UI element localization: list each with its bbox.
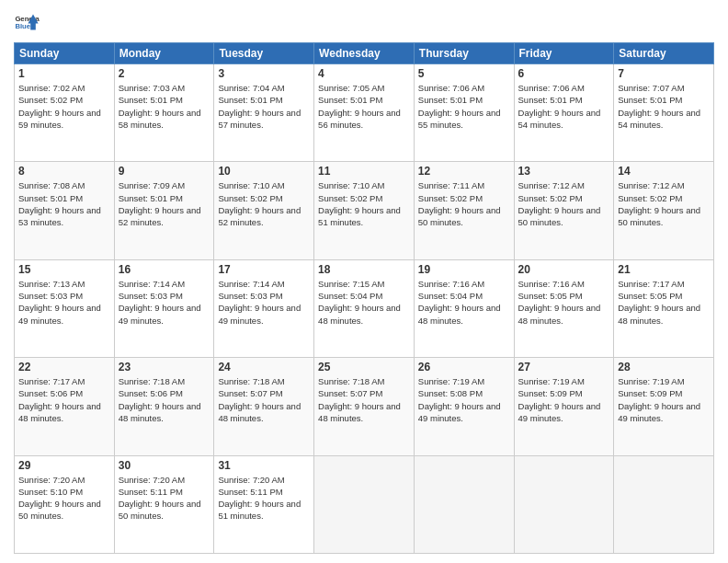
- sunset-label: Sunset: 5:05 PM: [518, 291, 583, 301]
- sunrise-label: Sunrise: 7:09 AM: [119, 180, 185, 190]
- calendar-cell: [314, 455, 415, 553]
- sunrise-label: Sunrise: 7:05 AM: [318, 83, 384, 93]
- day-number: 18: [318, 263, 410, 276]
- calendar-cell: 13 Sunrise: 7:12 AM Sunset: 5:02 PM Dayl…: [514, 162, 614, 259]
- logo-icon: General Blue: [14, 9, 40, 35]
- daylight-label: Daylight: 9 hours and 49 minutes.: [618, 401, 700, 423]
- daylight-label: Daylight: 9 hours and 50 minutes.: [418, 205, 501, 227]
- day-number: 16: [119, 263, 210, 276]
- daylight-label: Daylight: 9 hours and 50 minutes.: [18, 499, 101, 521]
- day-number: 29: [18, 459, 110, 472]
- day-number: 13: [518, 165, 610, 178]
- sunset-label: Sunset: 5:03 PM: [119, 291, 183, 301]
- day-number: 7: [618, 67, 710, 80]
- daylight-label: Daylight: 9 hours and 48 minutes.: [318, 401, 401, 423]
- cell-content: Sunrise: 7:18 AM Sunset: 5:06 PM Dayligh…: [119, 375, 210, 424]
- calendar-cell: 31 Sunrise: 7:20 AM Sunset: 5:11 PM Dayl…: [214, 455, 314, 553]
- sunset-label: Sunset: 5:07 PM: [318, 388, 382, 398]
- cell-content: Sunrise: 7:05 AM Sunset: 5:01 PM Dayligh…: [318, 82, 410, 131]
- cell-content: Sunrise: 7:10 AM Sunset: 5:02 PM Dayligh…: [218, 179, 310, 228]
- daylight-label: Daylight: 9 hours and 52 minutes.: [119, 205, 201, 227]
- weekday-header-friday: Friday: [514, 43, 614, 64]
- day-number: 4: [318, 67, 410, 80]
- cell-content: Sunrise: 7:02 AM Sunset: 5:02 PM Dayligh…: [18, 82, 110, 131]
- calendar-cell: 9 Sunrise: 7:09 AM Sunset: 5:01 PM Dayli…: [114, 162, 214, 259]
- day-number: 19: [418, 263, 510, 276]
- day-number: 24: [218, 361, 310, 373]
- cell-content: Sunrise: 7:18 AM Sunset: 5:07 PM Dayligh…: [218, 375, 310, 424]
- sunrise-label: Sunrise: 7:03 AM: [119, 83, 185, 93]
- sunset-label: Sunset: 5:01 PM: [119, 193, 183, 203]
- sunset-label: Sunset: 5:01 PM: [618, 95, 682, 105]
- calendar-cell: 15 Sunrise: 7:13 AM Sunset: 5:03 PM Dayl…: [15, 259, 115, 357]
- sunset-label: Sunset: 5:07 PM: [218, 388, 282, 398]
- day-number: 14: [618, 165, 710, 178]
- sunset-label: Sunset: 5:10 PM: [18, 487, 83, 497]
- calendar-cell: 25 Sunrise: 7:18 AM Sunset: 5:07 PM Dayl…: [314, 358, 415, 455]
- daylight-label: Daylight: 9 hours and 54 minutes.: [618, 108, 700, 130]
- cell-content: Sunrise: 7:20 AM Sunset: 5:11 PM Dayligh…: [218, 474, 310, 523]
- sunset-label: Sunset: 5:11 PM: [119, 487, 183, 497]
- calendar-cell: 27 Sunrise: 7:19 AM Sunset: 5:09 PM Dayl…: [514, 358, 614, 455]
- cell-content: Sunrise: 7:15 AM Sunset: 5:04 PM Dayligh…: [318, 278, 410, 327]
- calendar-week-5: 29 Sunrise: 7:20 AM Sunset: 5:10 PM Dayl…: [15, 455, 714, 553]
- cell-content: Sunrise: 7:19 AM Sunset: 5:09 PM Dayligh…: [618, 375, 710, 424]
- sunset-label: Sunset: 5:01 PM: [518, 95, 583, 105]
- sunrise-label: Sunrise: 7:12 AM: [618, 180, 684, 190]
- sunrise-label: Sunrise: 7:11 AM: [418, 180, 484, 190]
- sunrise-label: Sunrise: 7:16 AM: [518, 279, 585, 289]
- daylight-label: Daylight: 9 hours and 53 minutes.: [18, 205, 101, 227]
- daylight-label: Daylight: 9 hours and 49 minutes.: [18, 303, 101, 325]
- calendar-cell: 19 Sunrise: 7:16 AM Sunset: 5:04 PM Dayl…: [414, 259, 514, 357]
- daylight-label: Daylight: 9 hours and 51 minutes.: [218, 499, 301, 521]
- daylight-label: Daylight: 9 hours and 48 minutes.: [618, 303, 700, 325]
- daylight-label: Daylight: 9 hours and 48 minutes.: [418, 303, 501, 325]
- sunset-label: Sunset: 5:02 PM: [18, 95, 83, 105]
- cell-content: Sunrise: 7:03 AM Sunset: 5:01 PM Dayligh…: [119, 82, 210, 131]
- cell-content: Sunrise: 7:06 AM Sunset: 5:01 PM Dayligh…: [518, 82, 610, 131]
- calendar-cell: 29 Sunrise: 7:20 AM Sunset: 5:10 PM Dayl…: [15, 455, 115, 553]
- cell-content: Sunrise: 7:10 AM Sunset: 5:02 PM Dayligh…: [318, 179, 410, 228]
- day-number: 8: [18, 165, 110, 178]
- sunset-label: Sunset: 5:02 PM: [518, 193, 583, 203]
- calendar-cell: 1 Sunrise: 7:02 AM Sunset: 5:02 PM Dayli…: [15, 64, 115, 162]
- sunrise-label: Sunrise: 7:18 AM: [218, 376, 284, 386]
- cell-content: Sunrise: 7:07 AM Sunset: 5:01 PM Dayligh…: [618, 82, 710, 131]
- sunrise-label: Sunrise: 7:16 AM: [418, 279, 484, 289]
- weekday-header-wednesday: Wednesday: [314, 43, 415, 64]
- daylight-label: Daylight: 9 hours and 49 minutes.: [418, 401, 501, 423]
- calendar-cell: 11 Sunrise: 7:10 AM Sunset: 5:02 PM Dayl…: [314, 162, 415, 259]
- sunrise-label: Sunrise: 7:20 AM: [218, 475, 284, 485]
- sunrise-label: Sunrise: 7:12 AM: [518, 180, 585, 190]
- calendar-cell: 23 Sunrise: 7:18 AM Sunset: 5:06 PM Dayl…: [114, 358, 214, 455]
- cell-content: Sunrise: 7:16 AM Sunset: 5:05 PM Dayligh…: [518, 278, 610, 327]
- sunrise-label: Sunrise: 7:17 AM: [18, 376, 85, 386]
- sunrise-label: Sunrise: 7:02 AM: [18, 83, 85, 93]
- daylight-label: Daylight: 9 hours and 50 minutes.: [618, 205, 700, 227]
- calendar-cell: 30 Sunrise: 7:20 AM Sunset: 5:11 PM Dayl…: [114, 455, 214, 553]
- logo: General Blue: [14, 9, 40, 35]
- calendar-week-4: 22 Sunrise: 7:17 AM Sunset: 5:06 PM Dayl…: [15, 358, 714, 455]
- day-number: 17: [218, 263, 310, 276]
- calendar-cell: 14 Sunrise: 7:12 AM Sunset: 5:02 PM Dayl…: [614, 162, 714, 259]
- weekday-header-sunday: Sunday: [15, 43, 115, 64]
- sunset-label: Sunset: 5:01 PM: [218, 95, 282, 105]
- sunrise-label: Sunrise: 7:14 AM: [119, 279, 185, 289]
- sunrise-label: Sunrise: 7:18 AM: [318, 376, 384, 386]
- daylight-label: Daylight: 9 hours and 55 minutes.: [418, 108, 501, 130]
- sunset-label: Sunset: 5:02 PM: [218, 193, 282, 203]
- day-number: 9: [119, 165, 210, 178]
- cell-content: Sunrise: 7:16 AM Sunset: 5:04 PM Dayligh…: [418, 278, 510, 327]
- daylight-label: Daylight: 9 hours and 50 minutes.: [518, 205, 601, 227]
- sunset-label: Sunset: 5:02 PM: [318, 193, 382, 203]
- sunrise-label: Sunrise: 7:19 AM: [418, 376, 484, 386]
- calendar-week-2: 8 Sunrise: 7:08 AM Sunset: 5:01 PM Dayli…: [15, 162, 714, 259]
- day-number: 31: [218, 459, 310, 472]
- daylight-label: Daylight: 9 hours and 51 minutes.: [318, 205, 401, 227]
- daylight-label: Daylight: 9 hours and 57 minutes.: [218, 108, 301, 130]
- day-number: 21: [618, 263, 710, 276]
- sunrise-label: Sunrise: 7:10 AM: [318, 180, 384, 190]
- cell-content: Sunrise: 7:20 AM Sunset: 5:11 PM Dayligh…: [119, 474, 210, 523]
- sunset-label: Sunset: 5:03 PM: [218, 291, 282, 301]
- daylight-label: Daylight: 9 hours and 54 minutes.: [518, 108, 601, 130]
